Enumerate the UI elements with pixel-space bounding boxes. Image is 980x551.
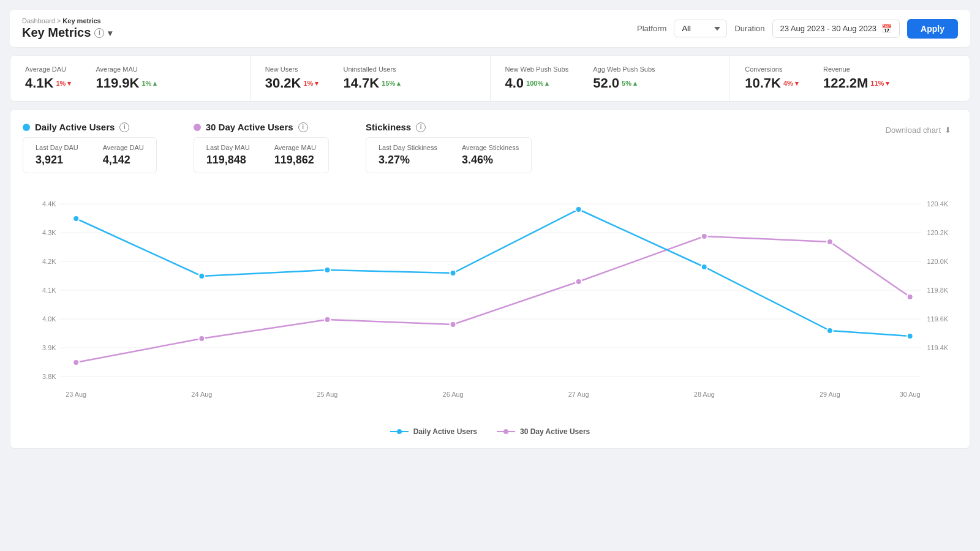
svg-point-31 (503, 429, 508, 434)
mau-last-day-value: 119,848 (206, 154, 250, 167)
chart-legend: Daily Active Users 30 Day Active Users (23, 427, 957, 436)
dau-last-day-label: Last Day DAU (36, 144, 78, 151)
dau-last-day-value: 3,921 (36, 154, 78, 167)
stickiness-last-day-value: 3.27% (379, 154, 437, 167)
svg-text:27 Aug: 27 Aug (568, 391, 589, 398)
metric-revenue: Revenue 122.2M 11% ▾ (823, 66, 889, 91)
svg-text:120.0K: 120.0K (927, 258, 948, 265)
metric-group-2: New Users 30.2K 1% ▾ Uninstalled Users 1… (251, 56, 491, 101)
dau-stats-box: Last Day DAU 3,921 Average DAU 4,142 (23, 137, 157, 173)
mau-avg-label: Average MAU (274, 144, 316, 151)
metric-group-3: New Web Push Subs 4.0 100% ▴ Agg Web Pus… (491, 56, 731, 101)
mau-info-icon[interactable]: i (298, 122, 308, 132)
metric-new-users: New Users 30.2K 1% ▾ (265, 66, 319, 91)
avg-dau-label: Average DAU (25, 66, 71, 73)
stickiness-avg-stat: Average Stickiness 3.46% (462, 144, 519, 167)
mau-title-text: 30 Day Active Users (206, 122, 293, 132)
mau-avg-stat: Average MAU 119,862 (274, 144, 316, 167)
new-web-push-value: 4.0 100% ▴ (505, 75, 569, 91)
dau-avg-value: 4,142 (103, 154, 144, 167)
legend-mau-label: 30 Day Active Users (520, 427, 590, 436)
svg-text:119.8K: 119.8K (927, 287, 948, 294)
svg-text:120.2K: 120.2K (927, 229, 948, 236)
dau-title-text: Daily Active Users (35, 122, 115, 132)
revenue-label: Revenue (823, 66, 889, 73)
legend-mau-line-icon (497, 428, 515, 435)
new-web-push-change: 100% ▴ (526, 80, 549, 88)
main-chart-svg: 4.4K 4.3K 4.2K 4.1K 4.0K 3.9K 3.8K 120.4… (23, 186, 957, 418)
dau-dot (23, 124, 30, 131)
svg-text:26 Aug: 26 Aug (443, 391, 464, 398)
svg-text:28 Aug: 28 Aug (694, 391, 715, 398)
svg-text:25 Aug: 25 Aug (317, 391, 337, 398)
header: Dashboard > Key metrics Key Metrics i ▾ … (10, 10, 970, 48)
metrics-row: Average DAU 4.1K 1% ▾ Average MAU 119.9K… (10, 55, 970, 102)
metric-agg-web-push: Agg Web Push Subs 52.0 5% ▴ (593, 66, 655, 91)
stickiness-info-icon[interactable]: i (416, 122, 426, 132)
chart-header: Daily Active Users i Last Day DAU 3,921 … (23, 122, 957, 173)
svg-text:23 Aug: 23 Aug (66, 391, 86, 398)
mau-line (76, 236, 910, 362)
dau-point-5 (576, 206, 582, 212)
dau-avg-label: Average DAU (103, 144, 144, 151)
svg-text:29 Aug: 29 Aug (820, 391, 840, 398)
new-users-value: 30.2K 1% ▾ (265, 75, 319, 91)
new-web-push-label: New Web Push Subs (505, 66, 569, 73)
mau-point-7 (827, 239, 833, 245)
legend-dau-line-icon (390, 428, 409, 435)
uninstalled-change: 15% ▴ (382, 80, 401, 88)
calendar-icon[interactable]: 📅 (881, 24, 892, 34)
dau-info-icon[interactable]: i (119, 122, 129, 132)
stickiness-stats-box: Last Day Stickiness 3.27% Average Sticki… (366, 137, 532, 173)
svg-text:24 Aug: 24 Aug (191, 391, 212, 398)
download-chart-label: Download chart (886, 126, 941, 135)
mau-point-2 (198, 335, 205, 342)
avg-dau-value: 4.1K 1% ▾ (25, 75, 71, 91)
svg-text:4.1K: 4.1K (42, 287, 56, 294)
svg-text:119.4K: 119.4K (927, 344, 948, 351)
agg-web-push-value: 52.0 5% ▴ (593, 75, 655, 91)
dau-block: Daily Active Users i Last Day DAU 3,921 … (23, 122, 157, 173)
header-controls: Platform All iOS Android Web Duration 23… (637, 19, 958, 39)
chart-area: 4.4K 4.3K 4.2K 4.1K 4.0K 3.9K 3.8K 120.4… (23, 186, 957, 436)
legend-dau: Daily Active Users (390, 427, 477, 436)
svg-text:4.0K: 4.0K (42, 315, 56, 323)
stickiness-block: Stickiness i Last Day Stickiness 3.27% A… (366, 122, 532, 173)
dau-title: Daily Active Users i (23, 122, 157, 132)
dau-point-7 (827, 328, 833, 334)
mau-last-day-label: Last Day MAU (206, 144, 250, 151)
legend-dau-label: Daily Active Users (413, 427, 477, 436)
revenue-change: 11% ▾ (870, 80, 889, 88)
dau-point-1 (73, 216, 79, 222)
metric-uninstalled: Uninstalled Users 14.7K 15% ▴ (343, 66, 401, 91)
apply-button[interactable]: Apply (907, 19, 958, 39)
svg-text:119.6K: 119.6K (927, 315, 948, 323)
uninstalled-value: 14.7K 15% ▴ (343, 75, 401, 91)
stickiness-avg-label: Average Stickiness (462, 144, 519, 151)
mau-point-4 (450, 321, 456, 328)
stickiness-avg-value: 3.46% (462, 154, 519, 167)
revenue-value: 122.2M 11% ▾ (823, 75, 889, 91)
download-chart-button[interactable]: Download chart ⬇ (880, 122, 957, 138)
legend-mau: 30 Day Active Users (497, 427, 590, 436)
info-icon[interactable]: i (94, 28, 104, 38)
chevron-down-icon[interactable]: ▾ (108, 28, 112, 38)
new-users-change: 1% ▾ (303, 80, 318, 88)
mau-point-5 (576, 279, 582, 285)
duration-text: 23 Aug 2023 - 30 Aug 2023 (780, 24, 877, 33)
metric-avg-dau: Average DAU 4.1K 1% ▾ (25, 66, 71, 91)
mau-point-3 (324, 317, 330, 323)
platform-select[interactable]: All iOS Android Web (674, 20, 727, 37)
mau-point-6 (701, 233, 707, 239)
stickiness-last-day-label: Last Day Stickiness (379, 144, 437, 151)
conversions-change: 4% ▾ (783, 80, 799, 88)
dau-avg-stat: Average DAU 4,142 (103, 144, 144, 167)
mau-block: 30 Day Active Users i Last Day MAU 119,8… (194, 122, 329, 173)
stickiness-last-day-stat: Last Day Stickiness 3.27% (379, 144, 437, 167)
metric-new-web-push: New Web Push Subs 4.0 100% ▴ (505, 66, 569, 91)
new-users-label: New Users (265, 66, 319, 73)
title-section: Dashboard > Key metrics Key Metrics i ▾ (22, 17, 112, 40)
conversions-label: Conversions (745, 66, 799, 73)
svg-text:4.3K: 4.3K (42, 229, 56, 236)
duration-field[interactable]: 23 Aug 2023 - 30 Aug 2023 📅 (772, 20, 900, 38)
